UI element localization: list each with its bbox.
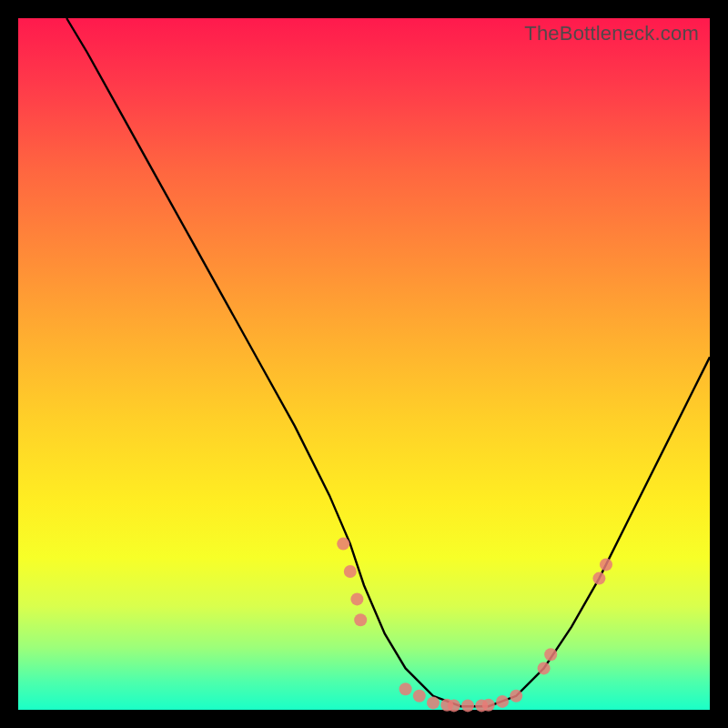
data-point xyxy=(482,699,495,712)
bottleneck-curve xyxy=(18,18,710,710)
data-point xyxy=(538,662,551,674)
data-point xyxy=(461,699,474,712)
data-point xyxy=(448,699,460,712)
data-point xyxy=(337,538,349,551)
chart-frame: TheBottleneck.com xyxy=(0,0,728,728)
plot-area: TheBottleneck.com xyxy=(18,18,710,710)
data-point xyxy=(344,565,357,578)
data-point xyxy=(600,558,612,571)
data-point xyxy=(496,695,509,708)
data-point xyxy=(592,572,605,585)
data-point xyxy=(510,690,522,703)
data-point xyxy=(350,592,363,605)
data-point xyxy=(427,696,440,709)
data-point xyxy=(399,682,412,695)
data-point xyxy=(354,613,367,626)
data-point xyxy=(413,690,426,703)
data-point xyxy=(544,648,557,661)
